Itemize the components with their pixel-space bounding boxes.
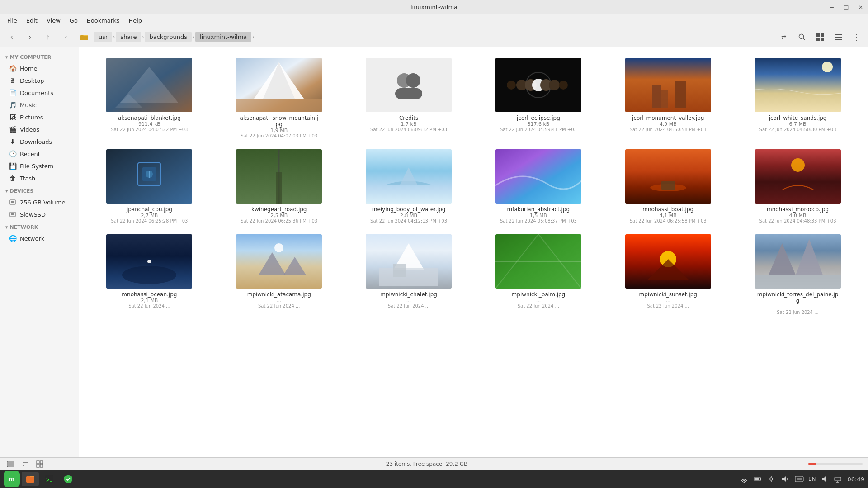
file-item[interactable]: jcorl_eclipse.jpg 817,6 kB Sat 22 Jun 20… — [476, 54, 602, 142]
sidebar-section-devices[interactable]: ▾ Devices — [0, 185, 79, 196]
file-item[interactable]: mpiwnicki_atacama.jpg ... Sat 22 Jun 202… — [216, 231, 342, 318]
svg-rect-34 — [652, 85, 661, 108]
svg-rect-23 — [395, 88, 422, 99]
svg-rect-11 — [11, 201, 14, 203]
menu-edit[interactable]: Edit — [23, 16, 41, 25]
file-name: jcorl_white_sands.jpg — [769, 115, 827, 121]
file-name: jcorl_monument_valley.jpg — [632, 115, 704, 121]
tray-network2-icon[interactable] — [832, 475, 843, 483]
statusbar-sort-button[interactable] — [20, 459, 31, 469]
tray-network-icon[interactable] — [739, 475, 750, 483]
breadcrumb-share[interactable]: share — [116, 32, 141, 42]
taskbar-shield[interactable] — [60, 472, 77, 486]
location-icon-button[interactable] — [76, 29, 92, 45]
grid-icon — [816, 33, 824, 41]
svg-rect-35 — [675, 81, 686, 108]
taskbar-mint-menu[interactable]: m — [4, 471, 20, 487]
tray-settings-icon[interactable] — [766, 475, 777, 483]
more-options-button[interactable]: ⋮ — [848, 29, 864, 45]
maximize-button[interactable]: □ — [839, 0, 854, 14]
breadcrumb-backgrounds[interactable]: backgrounds — [145, 32, 192, 42]
clock-display: 06:49 — [848, 476, 864, 483]
file-item[interactable]: jcorl_monument_valley.jpg 4,9 MB Sat 22 … — [605, 54, 731, 142]
grid-view-button[interactable] — [812, 29, 828, 45]
sidebar-item-home[interactable]: 🏠 Home — [2, 62, 77, 74]
menu-view[interactable]: View — [43, 16, 64, 25]
file-item[interactable]: mpiwnicki_chalet.jpg ... Sat 22 Jun 2024… — [346, 231, 472, 318]
sidebar-section-my-computer[interactable]: ▾ My Computer — [0, 51, 79, 62]
file-item[interactable]: mpiwnicki_torres_del_paine.jpg ... Sat 2… — [735, 231, 861, 318]
breadcrumb-usr[interactable]: usr — [94, 32, 112, 42]
sidebar-item-documents[interactable]: 📄 Documents — [2, 87, 77, 99]
sidebar-item-videos[interactable]: 🎬 Videos — [2, 123, 77, 135]
menu-bookmarks[interactable]: Bookmarks — [83, 16, 123, 25]
file-item[interactable]: aksenapati_blanket.jpg 911,4 kB Sat 22 J… — [86, 54, 212, 142]
file-item[interactable]: mpiwnicki_palm.jpg ... Sat 22 Jun 2024 .… — [476, 231, 602, 318]
file-item[interactable]: aksenapati_snow_mountain.jpg 1,9 MB Sat … — [216, 54, 342, 142]
file-item[interactable]: jcorl_white_sands.jpg 6,7 MB Sat 22 Jun … — [735, 54, 861, 142]
svg-line-2 — [803, 38, 806, 40]
statusbar-icon-button[interactable] — [5, 459, 16, 469]
file-name: mnohassi_boat.jpg — [642, 206, 693, 213]
sidebar-item-downloads[interactable]: ⬇ Downloads — [2, 136, 77, 147]
close-button[interactable]: × — [854, 0, 868, 14]
svg-rect-46 — [276, 172, 282, 204]
sidebar-item-pictures[interactable]: 🖼 Pictures — [2, 111, 77, 123]
mint-logo-icon: m — [7, 474, 17, 484]
menu-help[interactable]: Help — [125, 16, 146, 25]
file-grid: aksenapati_blanket.jpg 911,4 kB Sat 22 J… — [86, 54, 861, 318]
files-icon — [25, 474, 35, 484]
file-item[interactable]: mnohassi_boat.jpg 4,1 MB Sat 22 Jun 2024… — [605, 146, 731, 227]
back-button[interactable]: ‹ — [4, 29, 20, 45]
sidebar-item-slowssd[interactable]: SlowSSD — [2, 208, 77, 220]
file-date: Sat 22 Jun 2024 ... — [258, 303, 300, 308]
sidebar-item-music[interactable]: 🎵 Music — [2, 99, 77, 111]
taskbar-terminal[interactable] — [41, 472, 58, 486]
search-button[interactable] — [794, 29, 810, 45]
file-item[interactable]: mnohassi_morocco.jpg 4,0 MB Sat 22 Jun 2… — [735, 146, 861, 227]
file-item[interactable]: meiying_body_of_water.jpg 2,8 MB Sat 22 … — [346, 146, 472, 227]
menu-go[interactable]: Go — [66, 16, 81, 25]
svg-point-31 — [549, 80, 560, 90]
svg-rect-107 — [835, 477, 841, 481]
toggle-path-button[interactable]: ⇄ — [776, 29, 792, 45]
list-view-button[interactable] — [830, 29, 846, 45]
taskbar-files[interactable] — [22, 472, 39, 486]
sidebar-item-recent[interactable]: 🕐 Recent — [2, 148, 77, 160]
file-name: mfakurian_abstract.jpg — [507, 206, 570, 213]
sidebar-item-trash[interactable]: 🗑 Trash — [2, 172, 77, 184]
breadcrumb-current[interactable]: linuxmint-wilma — [195, 32, 251, 42]
tray-battery-icon[interactable] — [752, 475, 763, 483]
statusbar-view-button[interactable] — [34, 459, 45, 469]
file-name: Credits — [399, 115, 418, 121]
sidebar-item-filesystem[interactable]: 💾 File System — [2, 160, 77, 172]
sidebar-section-network[interactable]: ▾ Network — [0, 221, 79, 232]
file-name: mpiwnicki_sunset.jpg — [639, 291, 697, 298]
file-thumbnail — [625, 234, 711, 289]
sidebar-item-desktop[interactable]: 🖥 Desktop — [2, 75, 77, 86]
sidebar-item-network[interactable]: 🌐 Network — [2, 232, 77, 244]
tray-keyboard-icon[interactable] — [793, 475, 806, 483]
forward-button[interactable]: › — [22, 29, 38, 45]
toolbar-right: ⇄ ⋮ — [776, 29, 864, 45]
file-item[interactable]: Credits 1,7 kB Sat 22 Jun 2024 06:09:12 … — [346, 54, 472, 142]
file-item[interactable]: mfakurian_abstract.jpg 1,5 MB Sat 22 Jun… — [476, 146, 602, 227]
file-thumbnail — [366, 58, 452, 112]
toolbar: ‹ › ↑ ‹ usr › share › backgrounds › linu… — [0, 27, 868, 47]
file-name: mpiwnicki_torres_del_paine.jpg — [757, 291, 839, 304]
menu-file[interactable]: File — [4, 16, 21, 25]
file-item[interactable]: jpanchal_cpu.jpg 2,7 MB Sat 22 Jun 2024 … — [86, 146, 212, 227]
prev-button[interactable]: ‹ — [58, 29, 74, 45]
file-date: Sat 22 Jun 2024 04:48:33 PM +03 — [760, 218, 836, 223]
tray-audio-icon[interactable] — [819, 475, 830, 483]
minimize-button[interactable]: − — [825, 0, 839, 14]
file-item[interactable]: mpiwnicki_sunset.jpg ... Sat 22 Jun 2024… — [605, 231, 731, 318]
up-button[interactable]: ↑ — [40, 29, 56, 45]
file-name: jpanchal_cpu.jpg — [127, 206, 172, 213]
file-item[interactable]: mnohassi_ocean.jpg 2,1 MB Sat 22 Jun 202… — [86, 231, 212, 318]
tray-volume-icon[interactable] — [779, 475, 790, 483]
file-thumbnail — [106, 234, 192, 289]
svg-rect-0 — [80, 35, 88, 40]
sidebar-item-256gb[interactable]: 256 GB Volume — [2, 196, 77, 208]
file-item[interactable]: kwinegeart_road.jpg 2,5 MB Sat 22 Jun 20… — [216, 146, 342, 227]
